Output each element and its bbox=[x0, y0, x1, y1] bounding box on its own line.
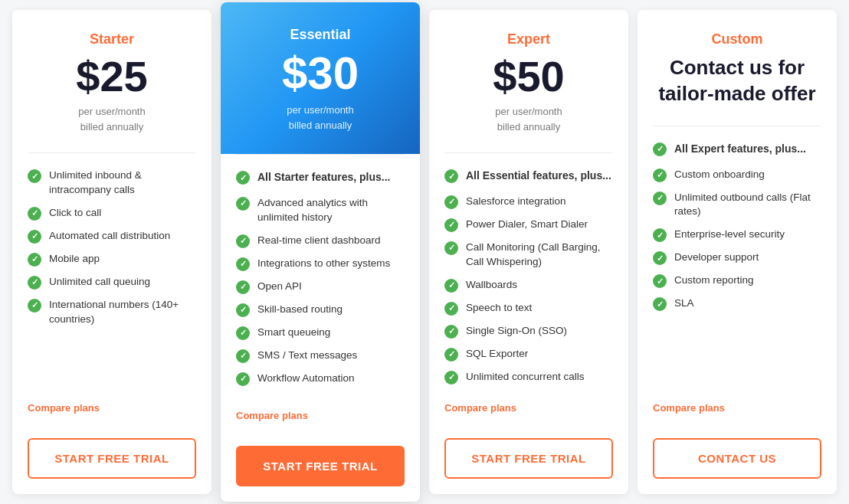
feature-text: SQL Exporter bbox=[466, 347, 528, 362]
feature-text: Unlimited concurrent calls bbox=[466, 370, 585, 385]
feature-item: Click to call bbox=[28, 206, 196, 221]
check-icon bbox=[236, 372, 250, 386]
feature-text: Click to call bbox=[49, 206, 101, 221]
plan-price-essential: $30 bbox=[236, 51, 405, 97]
cta-button-expert[interactable]: START FREE TRIAL bbox=[444, 438, 613, 479]
feature-item: Automated call distribution bbox=[28, 229, 196, 244]
feature-text: Workflow Automation bbox=[257, 371, 355, 386]
cta-button-essential[interactable]: START FREE TRIAL bbox=[236, 446, 405, 486]
feature-text: Advanced analytics with unlimited histor… bbox=[257, 196, 405, 225]
feature-text: Call Monitoring (Call Barging, Call Whis… bbox=[466, 241, 613, 270]
feature-item: Smart queueing bbox=[236, 326, 405, 340]
feature-item: Call Monitoring (Call Barging, Call Whis… bbox=[444, 241, 613, 270]
feature-text: Custom onboarding bbox=[674, 168, 765, 182]
features-intro-essential: All Starter features, plus... bbox=[236, 170, 405, 185]
plan-card-custom: CustomContact us for tailor-made offerAl… bbox=[638, 10, 837, 493]
features-intro-custom: All Expert features, plus... bbox=[653, 142, 821, 157]
feature-item: SQL Exporter bbox=[444, 347, 613, 362]
feature-item: Skill-based routing bbox=[236, 303, 405, 317]
feature-item: Unlimited concurrent calls bbox=[444, 370, 613, 385]
check-icon bbox=[236, 349, 250, 363]
check-icon bbox=[653, 169, 667, 182]
feature-text: Mobile app bbox=[49, 252, 100, 267]
check-icon bbox=[653, 274, 667, 288]
check-icon bbox=[444, 348, 458, 362]
plan-header-starter: Starter$25per user/month billed annually bbox=[12, 10, 211, 152]
feature-item: Real-time client dashboard bbox=[236, 234, 405, 248]
plan-features-expert: All Essential features, plus...Salesforc… bbox=[429, 153, 628, 425]
compare-plans-link-essential[interactable]: Compare plans bbox=[236, 410, 405, 421]
feature-item: Power Dialer, Smart Dialer bbox=[444, 218, 613, 232]
cta-button-custom[interactable]: CONTACT US bbox=[653, 438, 821, 479]
plan-price-expert: $50 bbox=[444, 55, 613, 98]
check-icon bbox=[28, 230, 41, 244]
plan-header-expert: Expert$50per user/month billed annually bbox=[429, 10, 628, 152]
compare-plans-link-expert[interactable]: Compare plans bbox=[444, 402, 613, 414]
check-icon bbox=[444, 218, 458, 232]
feature-text: Automated call distribution bbox=[49, 229, 170, 244]
check-icon bbox=[444, 241, 458, 255]
feature-item: Single Sign-On (SSO) bbox=[444, 324, 613, 339]
feature-text: Integrations to other systems bbox=[257, 257, 390, 271]
plan-card-essential: Essential$30per user/month billed annual… bbox=[221, 2, 420, 501]
check-icon bbox=[444, 169, 458, 183]
feature-text: Skill-based routing bbox=[257, 303, 343, 317]
cta-button-starter[interactable]: START FREE TRIAL bbox=[28, 438, 196, 479]
feature-item: Developer support bbox=[653, 250, 821, 265]
features-list-custom: All Expert features, plus...Custom onboa… bbox=[653, 142, 821, 393]
feature-item: Custom onboarding bbox=[653, 168, 821, 182]
feature-item: Salesforce integration bbox=[444, 195, 613, 209]
plan-footer-starter: START FREE TRIAL bbox=[12, 426, 211, 494]
feature-text: All Essential features, plus... bbox=[466, 169, 611, 184]
feature-item: Workflow Automation bbox=[236, 371, 405, 386]
feature-item: Speech to text bbox=[444, 301, 613, 316]
check-icon bbox=[444, 371, 458, 385]
plan-card-expert: Expert$50per user/month billed annuallyA… bbox=[429, 10, 628, 493]
plan-footer-essential: START FREE TRIAL bbox=[221, 434, 420, 502]
plan-price-starter: $25 bbox=[28, 55, 196, 98]
feature-text: Developer support bbox=[674, 250, 759, 265]
feature-text: International numbers (140+ countries) bbox=[49, 298, 196, 327]
feature-item: Open API bbox=[236, 280, 405, 294]
features-list-essential: All Starter features, plus...Advanced an… bbox=[236, 170, 405, 400]
check-icon bbox=[28, 169, 41, 183]
plan-name-custom: Custom bbox=[653, 31, 821, 47]
check-icon bbox=[28, 299, 41, 313]
check-icon bbox=[28, 207, 41, 221]
check-icon bbox=[236, 326, 250, 340]
feature-item: Unlimited outbound calls (Flat rates) bbox=[653, 191, 821, 220]
plan-footer-custom: CONTACT US bbox=[638, 426, 837, 494]
feature-item: Enterprise-level security bbox=[653, 227, 821, 242]
check-icon bbox=[444, 195, 458, 209]
check-icon bbox=[653, 251, 667, 265]
check-icon bbox=[444, 325, 458, 339]
feature-item: Mobile app bbox=[28, 252, 196, 267]
feature-text: Open API bbox=[257, 280, 302, 294]
feature-text: Unlimited inbound & intracompany calls bbox=[49, 169, 196, 198]
compare-plans-link-starter[interactable]: Compare plans bbox=[28, 402, 196, 414]
feature-text: Single Sign-On (SSO) bbox=[466, 324, 567, 339]
plan-header-essential: Essential$30per user/month billed annual… bbox=[221, 2, 420, 154]
feature-text: SMS / Text messages bbox=[257, 349, 357, 363]
compare-plans-link-custom[interactable]: Compare plans bbox=[653, 402, 821, 414]
check-icon bbox=[653, 297, 667, 311]
feature-item: International numbers (140+ countries) bbox=[28, 298, 196, 327]
feature-item: Integrations to other systems bbox=[236, 257, 405, 271]
plan-card-starter: Starter$25per user/month billed annually… bbox=[12, 10, 211, 493]
check-icon bbox=[236, 280, 250, 294]
plan-name-expert: Expert bbox=[444, 31, 613, 47]
feature-text: SLA bbox=[674, 296, 694, 311]
features-intro-expert: All Essential features, plus... bbox=[444, 169, 613, 184]
feature-text: Salesforce integration bbox=[466, 195, 566, 209]
feature-item: SMS / Text messages bbox=[236, 349, 405, 363]
check-icon bbox=[236, 303, 250, 317]
check-icon bbox=[236, 171, 250, 185]
feature-item: Wallboards bbox=[444, 278, 613, 293]
plan-contact-text-custom: Contact us for tailor-made offer bbox=[653, 55, 821, 107]
check-icon bbox=[236, 257, 250, 271]
feature-item: Unlimited inbound & intracompany calls bbox=[28, 169, 196, 198]
features-list-starter: Unlimited inbound & intracompany callsCl… bbox=[28, 169, 196, 392]
feature-text: Power Dialer, Smart Dialer bbox=[466, 218, 588, 232]
plan-header-custom: CustomContact us for tailor-made offer bbox=[638, 10, 837, 126]
check-icon bbox=[236, 234, 250, 248]
